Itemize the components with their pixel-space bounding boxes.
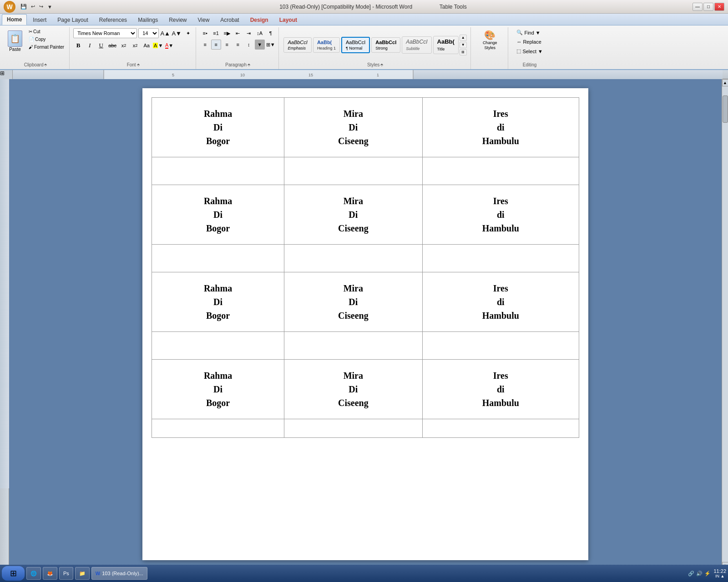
- table-cell[interactable]: [422, 332, 579, 360]
- strikethrough-button[interactable]: abc: [107, 40, 117, 50]
- change-case-button[interactable]: Aa: [142, 40, 152, 50]
- paste-button[interactable]: 📋 Paste: [5, 28, 25, 54]
- text-highlight-button[interactable]: A▼: [153, 40, 163, 50]
- undo-button[interactable]: ↩: [30, 3, 36, 10]
- table-cell[interactable]: IresdiHambulu: [422, 98, 579, 157]
- justify-button[interactable]: ≡: [233, 40, 243, 50]
- clear-format-button[interactable]: ✦: [183, 28, 193, 38]
- maximize-button[interactable]: □: [703, 3, 713, 11]
- tab-references[interactable]: References: [94, 15, 132, 25]
- start-button[interactable]: ⊞: [2, 566, 25, 581]
- replace-button[interactable]: ↔ Replace: [513, 38, 544, 46]
- increase-font-button[interactable]: A▲: [160, 28, 170, 38]
- paragraph-expand-icon[interactable]: ⬘: [248, 63, 250, 67]
- table-cell[interactable]: IresdiHambulu: [422, 272, 579, 332]
- taskbar-ie[interactable]: 🌐: [26, 567, 41, 580]
- sort-button[interactable]: ↕A: [255, 28, 265, 38]
- table-cell[interactable]: [152, 157, 284, 185]
- clipboard-expand-icon[interactable]: ⬘: [44, 63, 47, 67]
- table-cell[interactable]: RahmaDiBogor: [152, 185, 284, 245]
- format-painter-button[interactable]: 🖌 Format Painter: [26, 44, 66, 50]
- table-cell[interactable]: RahmaDiBogor: [152, 360, 284, 419]
- superscript-button[interactable]: x2: [130, 40, 140, 50]
- tab-insert[interactable]: Insert: [28, 15, 51, 25]
- table-cell[interactable]: [422, 419, 579, 438]
- scrollbar-up-button[interactable]: ▲: [722, 79, 728, 86]
- align-center-button[interactable]: ≡: [211, 40, 221, 50]
- styles-scroll-up[interactable]: ▲: [460, 35, 467, 41]
- font-expand-icon[interactable]: ⬘: [137, 63, 140, 67]
- minimize-button[interactable]: —: [693, 3, 703, 11]
- table-cell[interactable]: [152, 419, 284, 438]
- style-heading1[interactable]: AaBb(Heading 1: [313, 37, 340, 53]
- select-button[interactable]: ⬚ Select ▼: [513, 47, 546, 55]
- increase-indent-button[interactable]: ⇥: [244, 28, 254, 38]
- tab-layout[interactable]: Layout: [274, 15, 302, 25]
- change-styles-button[interactable]: 🎨 ChangeStyles: [480, 28, 500, 52]
- decrease-font-button[interactable]: A▼: [172, 28, 182, 38]
- table-cell[interactable]: RahmaDiBogor: [152, 272, 284, 332]
- office-button[interactable]: W: [4, 1, 15, 13]
- decrease-indent-button[interactable]: ⇤: [233, 28, 243, 38]
- font-name-select[interactable]: Times New Roman: [73, 28, 137, 38]
- table-cell[interactable]: [152, 332, 284, 360]
- table-cell[interactable]: IresdiHambulu: [422, 360, 579, 419]
- table-cell[interactable]: [284, 332, 423, 360]
- table-cell[interactable]: MiraDiCiseeng: [284, 185, 423, 245]
- save-button[interactable]: 💾: [19, 3, 28, 10]
- tab-page-layout[interactable]: Page Layout: [52, 15, 93, 25]
- tab-design[interactable]: Design: [245, 15, 273, 25]
- align-left-button[interactable]: ≡: [200, 40, 210, 50]
- multilevel-list-button[interactable]: ≡▶: [222, 28, 232, 38]
- underline-button[interactable]: U: [96, 40, 106, 50]
- table-cell[interactable]: [152, 245, 284, 272]
- taskbar-word[interactable]: W 103 (Read-Only)...: [91, 567, 147, 580]
- tab-home[interactable]: Home: [2, 14, 27, 25]
- font-size-select[interactable]: 14: [138, 28, 159, 38]
- customize-button[interactable]: ▼: [46, 4, 54, 10]
- style-title[interactable]: AaBb(Title: [433, 36, 459, 54]
- styles-more[interactable]: ⊞: [460, 49, 467, 55]
- numbering-button[interactable]: ≡1: [211, 28, 221, 38]
- document-area[interactable]: RahmaDiBogor MiraDiCiseeng IresdiHambulu: [9, 79, 722, 569]
- table-cell[interactable]: MiraDiCiseeng: [284, 98, 423, 157]
- bullets-button[interactable]: ≡•: [200, 28, 210, 38]
- bold-button[interactable]: B: [73, 40, 83, 50]
- tab-acrobat[interactable]: Acrobat: [215, 15, 244, 25]
- taskbar-other[interactable]: 📁: [75, 567, 90, 580]
- align-right-button[interactable]: ≡: [222, 40, 232, 50]
- table-cell[interactable]: MiraDiCiseeng: [284, 360, 423, 419]
- table-cell[interactable]: [284, 157, 423, 185]
- style-normal[interactable]: AaBbCcI¶ Normal: [341, 37, 370, 53]
- table-cell[interactable]: [422, 157, 579, 185]
- copy-button[interactable]: 📄 Copy: [26, 36, 66, 43]
- ruler-corner[interactable]: ⊞: [0, 70, 13, 79]
- table-cell[interactable]: IresdiHambulu: [422, 185, 579, 245]
- table-cell[interactable]: [284, 245, 423, 272]
- table-cell[interactable]: RahmaDiBogor: [152, 98, 284, 157]
- close-button[interactable]: ✕: [714, 3, 724, 11]
- show-hide-button[interactable]: ¶: [266, 28, 276, 38]
- tab-view[interactable]: View: [193, 15, 215, 25]
- cut-button[interactable]: ✂ Cut: [26, 28, 66, 35]
- taskbar-photoshop[interactable]: Ps: [59, 567, 73, 580]
- table-cell[interactable]: MiraDiCiseeng: [284, 272, 423, 332]
- vertical-scrollbar[interactable]: ▲ ▼: [722, 79, 728, 569]
- table-cell[interactable]: [284, 419, 423, 438]
- redo-button[interactable]: ↪: [38, 3, 45, 10]
- line-spacing-button[interactable]: ↕: [244, 40, 254, 50]
- table-cell[interactable]: [422, 245, 579, 272]
- styles-expand-icon[interactable]: ⬘: [380, 63, 383, 67]
- shading-button[interactable]: ▼: [255, 40, 265, 50]
- subscript-button[interactable]: x2: [119, 40, 129, 50]
- font-color-button[interactable]: A▼: [164, 40, 174, 50]
- find-button[interactable]: 🔍 Find ▼: [513, 28, 543, 37]
- borders-button[interactable]: ⊞▼: [266, 40, 276, 50]
- tab-mailings[interactable]: Mailings: [133, 15, 163, 25]
- style-strong[interactable]: AaBbCcIStrong: [371, 37, 400, 53]
- style-emphasis[interactable]: AaBbCcIEmphasis: [283, 37, 311, 53]
- italic-button[interactable]: I: [85, 40, 95, 50]
- taskbar-firefox[interactable]: 🦊: [43, 567, 57, 580]
- styles-scroll-down[interactable]: ▼: [460, 42, 467, 48]
- style-subtitle[interactable]: AaBbCcISubtitle: [402, 36, 431, 54]
